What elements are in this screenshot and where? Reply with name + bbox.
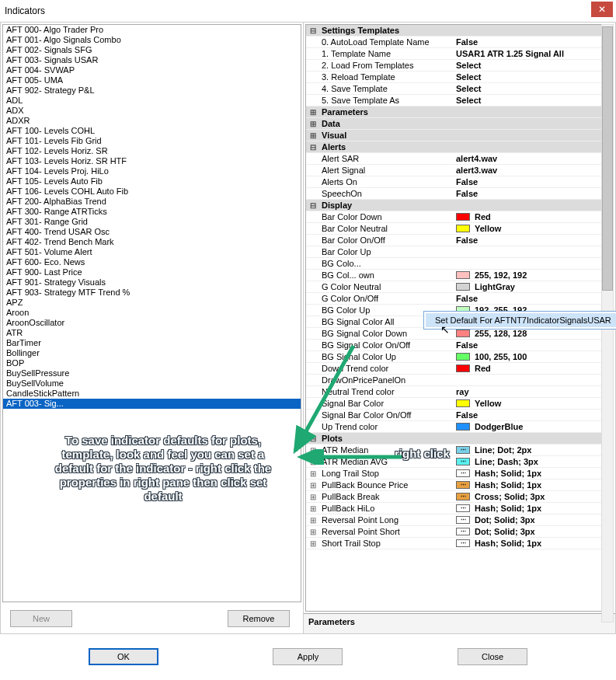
list-item[interactable]: AFT 300- Range ATRTicks (3, 207, 301, 217)
list-item[interactable]: BOP (3, 358, 301, 368)
list-item[interactable]: ATR (3, 328, 301, 338)
list-item[interactable]: CandleStickPattern (3, 389, 301, 399)
property-row[interactable]: DrawOnPricePanelOn (306, 375, 613, 386)
ok-button[interactable]: OK (89, 648, 158, 665)
list-item[interactable]: AFT 402- Trend Bench Mark (3, 237, 301, 247)
plot-row[interactable]: ⊞Reversal Point Long⋯Dot; Solid; 3px (306, 514, 613, 526)
property-row[interactable]: G Color On/OffFalse (306, 293, 613, 305)
property-value[interactable]: ⋯Line; Dot; 2px (456, 445, 613, 455)
property-row[interactable]: Alert Signalalert3.wav (306, 165, 613, 176)
plot-row[interactable]: ⊞Reversal Point Short⋯Dot; Solid; 3px (306, 526, 613, 538)
property-value[interactable]: ⋯Hash; Solid; 1px (456, 539, 613, 548)
property-value[interactable]: ⋯Hash; Solid; 1px (456, 469, 613, 478)
category-header[interactable]: ⊞Visual (306, 130, 613, 141)
property-value[interactable]: False (456, 37, 613, 47)
expand-icon[interactable]: ⊞ (306, 445, 320, 456)
property-row[interactable]: BG Signal Color On/OffFalse (306, 340, 613, 351)
property-value[interactable]: False (456, 294, 613, 303)
category-header[interactable]: ⊞Parameters (306, 106, 613, 118)
expand-icon[interactable]: ⊞ (306, 514, 320, 526)
property-value[interactable]: False (456, 189, 613, 198)
property-row[interactable]: Neutral Trend colorray (306, 386, 613, 398)
context-menu[interactable]: Set Default For AFTNT7IndicatorSignalsUS… (423, 311, 616, 330)
property-value[interactable]: alert4.wav (456, 154, 613, 163)
property-row[interactable]: Bar Color DownRed (306, 211, 613, 223)
property-row[interactable]: BG Colo... (306, 258, 613, 270)
list-item[interactable]: APZ (3, 298, 301, 308)
property-value[interactable]: ⋯Dot; Solid; 3px (456, 527, 613, 536)
category-header[interactable]: ⊟Alerts (306, 141, 613, 153)
expand-icon[interactable]: ⊞ (306, 468, 320, 479)
plot-row[interactable]: ⊞Long Trail Stop⋯Hash; Solid; 1px (306, 468, 613, 479)
property-row[interactable]: Alerts OnFalse (306, 176, 613, 188)
property-value[interactable]: False (456, 177, 613, 187)
property-value[interactable]: False (456, 235, 613, 245)
list-item[interactable]: AFT 106- Levels COHL Auto Fib (3, 187, 301, 197)
list-item[interactable]: AroonOscillator (3, 318, 301, 328)
list-item[interactable]: AFT 002- Signals SFG (3, 45, 301, 55)
property-value[interactable]: False (456, 410, 613, 420)
plot-row[interactable]: ⊞ATR Median⋯Line; Dot; 2px (306, 445, 613, 456)
property-row[interactable]: 2. Load From TemplatesSelect (306, 60, 613, 71)
property-value[interactable]: 255, 128, 128 (456, 329, 613, 338)
property-value[interactable]: ⋯Cross; Solid; 3px (456, 492, 613, 501)
plot-row[interactable]: ⊞PullBack HiLo⋯Hash; Solid; 1px (306, 503, 613, 514)
expand-icon[interactable]: ⊟ (306, 433, 320, 445)
list-item[interactable]: AFT 600- Eco. News (3, 257, 301, 267)
property-value[interactable]: 255, 192, 192 (456, 270, 613, 280)
list-item[interactable]: AFT 102- Levels Horiz. SR (3, 146, 301, 156)
list-item[interactable]: AFT 902- Strategy P&L (3, 85, 301, 96)
list-item[interactable]: BuySellPressure (3, 368, 301, 378)
plot-row[interactable]: ⊞PullBack Bounce Price⋯Hash; Solid; 1px (306, 479, 613, 491)
context-menu-item-set-default[interactable]: Set Default For AFTNT7IndicatorSignalsUS… (426, 313, 616, 327)
expand-icon[interactable]: ⊞ (306, 526, 320, 538)
property-row[interactable]: 0. AutoLoad Template NameFalse (306, 37, 613, 48)
expand-icon[interactable]: ⊞ (306, 491, 320, 503)
expand-icon[interactable]: ⊞ (306, 456, 320, 468)
property-value[interactable]: USAR1 ATR 1.25 Signal All (456, 49, 613, 58)
list-item[interactable]: AFT 105- Levels Auto Fib (3, 176, 301, 187)
list-item[interactable]: AFT 301- Range Grid (3, 217, 301, 227)
property-row[interactable]: Bar Color On/OffFalse (306, 235, 613, 246)
expand-icon[interactable]: ⊞ (306, 538, 320, 549)
list-item[interactable]: AFT 103- Levels Horiz. SR HTF (3, 156, 301, 166)
property-row[interactable]: BG Signal Color Up100, 255, 100 (306, 351, 613, 363)
property-row[interactable]: G Color NeutralLightGray (306, 281, 613, 293)
list-item[interactable]: AFT 005- UMA (3, 75, 301, 85)
scrollbar-thumb[interactable] (602, 26, 613, 291)
expand-icon[interactable]: ⊞ (306, 118, 320, 130)
list-item[interactable]: AFT 501- Volume Alert (3, 247, 301, 257)
list-item[interactable]: Aroon (3, 308, 301, 318)
list-item[interactable]: ADXR (3, 116, 301, 126)
property-value[interactable]: False (456, 340, 613, 350)
list-item[interactable]: AFT 003- Signals USAR (3, 55, 301, 65)
property-value[interactable]: LightGray (456, 282, 613, 291)
list-item[interactable]: AFT 101- Levels Fib Grid (3, 136, 301, 146)
property-value[interactable]: Red (456, 212, 613, 221)
remove-button[interactable]: Remove (228, 610, 290, 627)
list-item-selected[interactable]: AFT 003- Sig... (3, 399, 301, 409)
property-value[interactable]: Select (456, 84, 613, 93)
list-item[interactable]: AFT 200- AlphaBias Trend (3, 197, 301, 207)
list-item[interactable]: ADL (3, 96, 301, 106)
property-value[interactable]: Select (456, 72, 613, 82)
category-header[interactable]: ⊟Display (306, 200, 613, 211)
property-row[interactable]: SpeechOnFalse (306, 188, 613, 200)
property-value[interactable]: ⋯Dot; Solid; 3px (456, 515, 613, 525)
expand-icon[interactable]: ⊞ (306, 503, 320, 514)
expand-icon[interactable]: ⊞ (306, 106, 320, 118)
list-item[interactable]: BarTimer (3, 338, 301, 348)
list-item[interactable]: AFT 001- Algo Signals Combo (3, 35, 301, 45)
list-item[interactable]: AFT 903- Strategy MTF Trend % (3, 288, 301, 298)
property-value[interactable]: ray (456, 387, 613, 396)
list-item[interactable]: AFT 100- Levels COHL (3, 126, 301, 136)
property-row[interactable]: BG Col... own255, 192, 192 (306, 270, 613, 281)
property-row[interactable]: 4. Save TemplateSelect (306, 83, 613, 95)
property-value[interactable]: Select (456, 61, 613, 70)
plot-row[interactable]: ⊞ATR Median AVG⋯Line; Dash; 3px (306, 456, 613, 468)
category-header[interactable]: ⊟Plots (306, 433, 613, 445)
expand-icon[interactable]: ⊞ (306, 479, 320, 491)
expand-icon[interactable]: ⊟ (306, 200, 320, 211)
property-value[interactable]: Yellow (456, 224, 613, 233)
plot-row[interactable]: ⊞PullBack Break⋯Cross; Solid; 3px (306, 491, 613, 503)
